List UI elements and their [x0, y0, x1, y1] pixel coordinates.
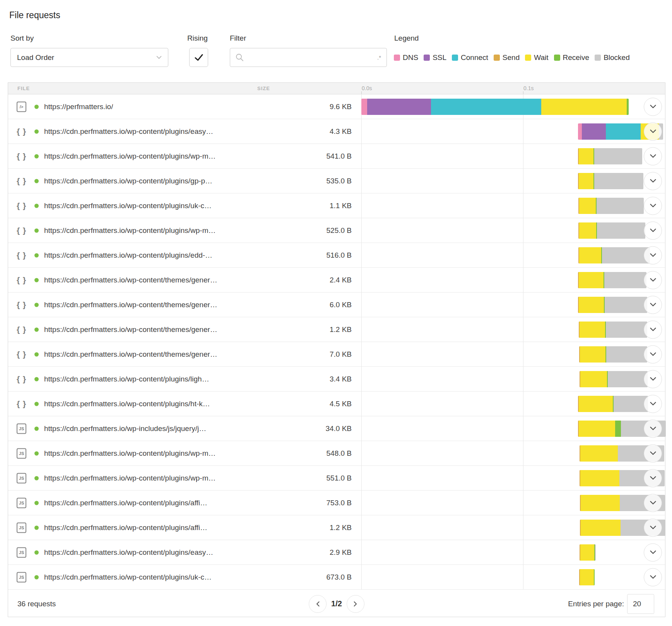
chevron-left-icon — [316, 601, 320, 607]
legend-item-blocked: Blocked — [595, 53, 630, 62]
expand-row-button[interactable] — [644, 271, 662, 289]
legend-item-label: Receive — [563, 53, 590, 62]
timeline-cell — [327, 367, 666, 391]
ssl-swatch-icon — [424, 55, 430, 61]
file-url[interactable]: https://cdn.perfmatters.io/wp-content/pl… — [44, 449, 216, 458]
waterfall-bar[interactable] — [578, 247, 650, 263]
rising-checkbox[interactable] — [189, 48, 208, 67]
waterfall-bar[interactable] — [579, 322, 647, 338]
file-url[interactable]: https://cdn.perfmatters.io/wp-content/pl… — [44, 400, 210, 408]
expand-row-button[interactable] — [644, 345, 662, 363]
waterfall-bar[interactable] — [578, 297, 647, 313]
expand-row-button[interactable] — [644, 518, 662, 537]
expand-row-button[interactable] — [644, 296, 662, 314]
table-row: { }https://cdn.perfmatters.io/wp-content… — [8, 317, 665, 342]
file-url[interactable]: https://cdn.perfmatters.io/wp-content/th… — [44, 350, 217, 359]
filter-input[interactable] — [248, 53, 377, 62]
waterfall-bar[interactable] — [579, 569, 595, 585]
file-url[interactable]: https://cdn.perfmatters.io/wp-content/pl… — [44, 226, 216, 235]
gridline — [361, 491, 362, 515]
bar-segment-blocked — [606, 322, 647, 338]
next-page-button[interactable] — [347, 595, 364, 613]
js-file-icon: JS — [17, 473, 26, 483]
expand-row-button[interactable] — [644, 419, 662, 438]
waterfall-bar[interactable] — [579, 346, 647, 363]
filter-field: .* — [230, 48, 387, 67]
expand-row-button[interactable] — [644, 469, 662, 487]
waterfall-bar[interactable] — [361, 99, 629, 115]
expand-row-button[interactable] — [644, 197, 662, 215]
bar-segment-wait — [580, 544, 594, 561]
file-url[interactable]: https://cdn.perfmatters.io/wp-content/pl… — [44, 202, 212, 210]
expand-row-button[interactable] — [644, 147, 662, 165]
gridline — [523, 144, 523, 168]
timeline-cell — [327, 515, 666, 540]
timeline-cell — [327, 491, 666, 515]
file-url[interactable]: https://cdn.perfmatters.io/wp-content/pl… — [44, 499, 207, 507]
waterfall-bar[interactable] — [578, 396, 648, 412]
sort-by-dropdown[interactable]: Load Order — [10, 48, 168, 67]
waterfall-bar[interactable] — [578, 222, 645, 239]
waterfall-bar[interactable] — [580, 544, 596, 561]
gridline — [361, 466, 362, 490]
waterfall-bar[interactable] — [578, 198, 644, 214]
chevron-down-icon — [650, 402, 656, 406]
gridline — [523, 416, 523, 441]
status-dot — [34, 575, 39, 579]
bar-segment-blocked — [594, 148, 642, 164]
sort-by-label: Sort by — [10, 34, 34, 43]
js-file-icon: JS — [17, 423, 26, 434]
file-url[interactable]: https://cdn.perfmatters.io/wp-content/pl… — [44, 548, 213, 557]
file-url[interactable]: https://cdn.perfmatters.io/wp-content/th… — [44, 301, 217, 309]
expand-row-button[interactable] — [644, 221, 662, 239]
file-url[interactable]: https://perfmatters.io/ — [44, 103, 113, 111]
chevron-down-icon — [650, 526, 656, 530]
file-url[interactable]: https://cdn.perfmatters.io/wp-content/th… — [44, 325, 217, 334]
js-file-icon: JS — [17, 522, 26, 533]
file-url[interactable]: https://cdn.perfmatters.io/wp-content/pl… — [44, 251, 212, 260]
file-url[interactable]: https://cdn.perfmatters.io/wp-content/pl… — [44, 177, 212, 185]
bar-segment-blocked — [605, 297, 647, 313]
waterfall-bar[interactable] — [578, 272, 646, 288]
css-file-icon: { } — [17, 176, 26, 186]
waterfall-bar[interactable] — [578, 173, 643, 189]
expand-row-button[interactable] — [644, 444, 662, 462]
legend-item-receive: Receive — [554, 53, 590, 62]
expand-row-button[interactable] — [644, 320, 662, 339]
legend-item-label: DNS — [403, 53, 418, 62]
expand-row-button[interactable] — [644, 395, 662, 413]
status-dot — [34, 327, 39, 332]
file-url[interactable]: https://cdn.perfmatters.io/wp-content/pl… — [44, 474, 216, 482]
gridline — [361, 193, 362, 218]
legend-item-label: Blocked — [604, 53, 630, 62]
expand-row-button[interactable] — [644, 370, 662, 388]
pagination: 1/2 — [309, 595, 364, 613]
expand-row-button[interactable] — [644, 494, 662, 512]
expand-row-button[interactable] — [644, 122, 662, 140]
expand-row-button[interactable] — [644, 568, 662, 586]
entries-per-page-input[interactable]: 20 — [627, 594, 654, 614]
file-url[interactable]: https://cdn.perfmatters.io/wp-content/pl… — [44, 573, 212, 582]
legend-item-connect: Connect — [452, 53, 488, 62]
file-url[interactable]: https://cdn.perfmatters.io/wp-content/pl… — [44, 152, 216, 161]
chevron-down-icon — [650, 377, 656, 381]
previous-page-button[interactable] — [309, 595, 327, 613]
file-url[interactable]: https://cdn.perfmatters.io/wp-content/pl… — [44, 375, 209, 383]
waterfall-bar[interactable] — [580, 371, 648, 387]
waterfall-bar[interactable] — [578, 148, 642, 164]
expand-row-button[interactable] — [644, 172, 662, 190]
expand-row-button[interactable] — [644, 246, 662, 264]
expand-row-button[interactable] — [644, 543, 662, 561]
file-url[interactable]: https://cdn.perfmatters.io/wp-includes/j… — [44, 424, 206, 433]
file-url[interactable]: https://cdn.perfmatters.io/wp-content/pl… — [44, 523, 207, 532]
expand-row-button[interactable] — [644, 97, 662, 116]
chevron-down-icon — [650, 551, 656, 554]
file-url[interactable]: https://cdn.perfmatters.io/wp-content/th… — [44, 276, 217, 284]
timeline-cell — [327, 94, 666, 119]
css-file-icon: { } — [17, 226, 26, 235]
checkmark-icon — [194, 54, 203, 62]
file-url[interactable]: https://cdn.perfmatters.io/wp-content/pl… — [44, 127, 213, 136]
chevron-down-icon — [650, 452, 656, 455]
bar-segment-blocked — [602, 247, 650, 263]
legend: DNSSSLConnectSendWaitReceiveBlocked — [394, 51, 630, 64]
